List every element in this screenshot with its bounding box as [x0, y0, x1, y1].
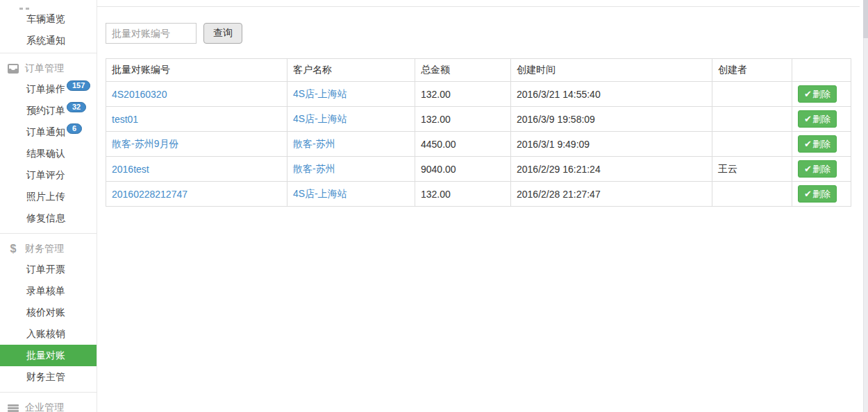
creator-cell: [712, 107, 792, 132]
col-header-creator: 创建者: [712, 59, 792, 82]
delete-button[interactable]: ✔删除: [798, 110, 837, 128]
sidebar-item-order-invoice[interactable]: 订单开票: [0, 259, 97, 280]
sidebar-item-label: 财务主管: [26, 371, 65, 382]
sidebar-item-repair-info[interactable]: 修复信息: [0, 207, 97, 229]
delete-button-label: 删除: [812, 189, 831, 199]
amount-cell: 9040.00: [415, 157, 511, 182]
batch-code-link[interactable]: 4S20160320: [112, 89, 167, 100]
sidebar-section-finance-mgmt[interactable]: $ 财务管理: [0, 242, 97, 256]
vertical-scrollbar[interactable]: [863, 0, 868, 412]
reconcile-table: 批量对账编号 客户名称 总金额 创建时间 创建者 4S20160320 4S店-…: [106, 58, 851, 207]
delete-button-label: 删除: [812, 89, 831, 99]
page: 车辆通览 系统通知 订单管理 订单操作157 预约订单32 订单通知6 结果确认…: [0, 0, 868, 412]
sidebar-item-label: 订单开票: [26, 264, 65, 275]
sidebar-divider: [0, 392, 97, 393]
batch-code-link[interactable]: 散客-苏州9月份: [112, 138, 178, 149]
server-icon: [7, 404, 19, 412]
sidebar: 车辆通览 系统通知 订单管理 订单操作157 预约订单32 订单通知6 结果确认…: [0, 0, 97, 412]
sidebar-item-label: 照片上传: [26, 191, 65, 202]
query-button[interactable]: 查询: [203, 23, 242, 44]
sidebar-item-label: 录单核单: [26, 285, 65, 296]
batch-code-link[interactable]: test01: [112, 114, 138, 125]
col-header-batch-code: 批量对账编号: [106, 59, 287, 82]
sidebar-item-label: 修复信息: [26, 212, 65, 223]
sidebar-item-system-notice[interactable]: 系统通知: [0, 30, 97, 51]
sidebar-item-label: 结果确认: [26, 148, 65, 159]
check-icon: ✔: [804, 189, 812, 199]
amount-cell: 132.00: [415, 82, 511, 107]
amount-cell: 132.00: [415, 182, 511, 207]
sidebar-section-label: 财务管理: [25, 243, 64, 255]
clipped-icon: [0, 0, 97, 3]
delete-button[interactable]: ✔删除: [798, 185, 837, 203]
sidebar-item-vehicle-overview[interactable]: 车辆通览: [0, 8, 97, 30]
table-row: 4S20160320 4S店-上海站 132.00 2016/3/21 14:5…: [106, 82, 851, 107]
customer-link[interactable]: 4S店-上海站: [293, 113, 347, 124]
table-row: 散客-苏州9月份 散客-苏州 4450.00 2016/3/1 9:49:09 …: [106, 132, 851, 157]
delete-button-label: 删除: [812, 114, 831, 124]
count-badge: 6: [67, 123, 82, 134]
created-cell: 2016/2/28 21:27:47: [511, 182, 712, 207]
sidebar-item-batch-reconcile-active[interactable]: 批量对账: [0, 345, 97, 366]
creator-cell: [712, 132, 792, 157]
search-input[interactable]: [106, 23, 197, 44]
check-icon: ✔: [804, 139, 812, 149]
creator-cell: [712, 182, 792, 207]
created-cell: 2016/3/21 14:55:40: [511, 82, 712, 107]
customer-link[interactable]: 散客-苏州: [293, 138, 335, 149]
table-row: test01 4S店-上海站 132.00 2016/3/9 19:58:09 …: [106, 107, 851, 132]
sidebar-section-label: 企业管理: [25, 402, 64, 412]
sidebar-item-order-notice[interactable]: 订单通知6: [0, 121, 97, 143]
delete-button[interactable]: ✔删除: [798, 160, 837, 178]
table-header-row: 批量对账编号 客户名称 总金额 创建时间 创建者: [106, 59, 851, 82]
sidebar-item-price-reconcile[interactable]: 核价对账: [0, 302, 97, 323]
delete-button-label: 删除: [812, 164, 831, 174]
sidebar-item-finance-director[interactable]: 财务主管: [0, 366, 97, 388]
sidebar-section-label: 订单管理: [25, 62, 64, 75]
table-row: 2016test 散客-苏州 9040.00 2016/2/29 16:21:2…: [106, 157, 851, 182]
customer-link[interactable]: 4S店-上海站: [293, 88, 347, 99]
col-header-amount: 总金额: [415, 59, 511, 82]
sidebar-item-entry-check[interactable]: 录单核单: [0, 280, 97, 302]
delete-button[interactable]: ✔删除: [798, 135, 837, 153]
col-header-customer: 客户名称: [287, 59, 415, 82]
creator-cell: [712, 82, 792, 107]
col-header-created: 创建时间: [511, 59, 712, 82]
sidebar-divider: [0, 53, 97, 53]
sidebar-section-enterprise-mgmt[interactable]: 企业管理: [0, 401, 97, 412]
check-icon: ✔: [804, 89, 812, 99]
sidebar-item-account-writeoff[interactable]: 入账核销: [0, 323, 97, 345]
sidebar-divider: [0, 233, 97, 234]
sidebar-item-photo-upload[interactable]: 照片上传: [0, 186, 97, 207]
sidebar-item-result-confirm[interactable]: 结果确认: [0, 143, 97, 164]
batch-code-link[interactable]: 20160228212747: [112, 189, 187, 200]
customer-link[interactable]: 散客-苏州: [293, 163, 335, 174]
sidebar-item-label: 系统通知: [26, 35, 65, 46]
amount-cell: 4450.00: [415, 132, 511, 157]
count-badge: 32: [67, 102, 86, 112]
sidebar-section-order-mgmt[interactable]: 订单管理: [0, 62, 97, 76]
delete-button[interactable]: ✔删除: [798, 85, 837, 103]
batch-code-link[interactable]: 2016test: [112, 164, 149, 175]
creator-cell: 王云: [712, 157, 792, 182]
check-icon: ✔: [804, 114, 812, 124]
sidebar-item-label: 入账核销: [26, 328, 65, 339]
sidebar-item-label: 订单通知: [26, 126, 65, 137]
check-icon: ✔: [804, 164, 812, 174]
amount-cell: 132.00: [415, 107, 511, 132]
customer-link[interactable]: 4S店-上海站: [293, 188, 347, 199]
sidebar-item-label: 批量对账: [26, 350, 65, 361]
scrollbar-thumb[interactable]: [863, 0, 868, 38]
created-cell: 2016/2/29 16:21:24: [511, 157, 712, 182]
sidebar-item-order-score[interactable]: 订单评分: [0, 164, 97, 186]
sidebar-item-reserve-order[interactable]: 预约订单32: [0, 100, 97, 121]
sidebar-item-label: 车辆通览: [26, 13, 65, 24]
count-badge: 157: [67, 80, 90, 91]
delete-button-label: 删除: [812, 139, 831, 149]
dollar-icon: $: [7, 243, 19, 255]
created-cell: 2016/3/9 19:58:09: [511, 107, 712, 132]
table-row: 20160228212747 4S店-上海站 132.00 2016/2/28 …: [106, 182, 851, 207]
inbox-icon: [7, 64, 19, 74]
sidebar-item-order-operate[interactable]: 订单操作157: [0, 78, 97, 100]
created-cell: 2016/3/1 9:49:09: [511, 132, 712, 157]
